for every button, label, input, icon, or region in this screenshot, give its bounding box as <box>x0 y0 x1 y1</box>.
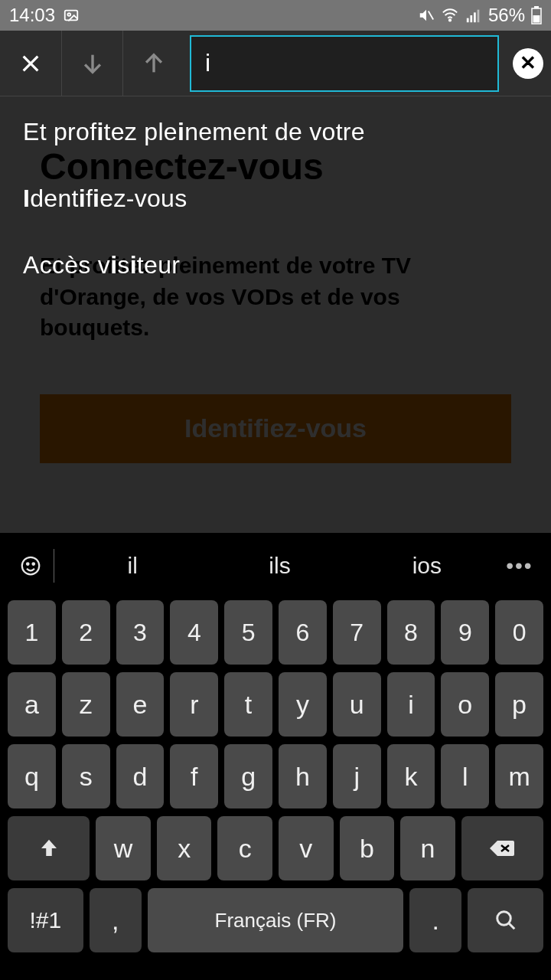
key-space[interactable]: Français (FR) <box>148 888 403 952</box>
key-y[interactable]: y <box>279 672 327 737</box>
soft-keyboard: il ils ios ••• 1 2 3 4 5 6 7 8 9 0 a z e… <box>0 533 551 980</box>
key-g[interactable]: g <box>224 744 272 808</box>
key-7[interactable]: 7 <box>333 600 381 665</box>
key-2[interactable]: 2 <box>62 600 110 665</box>
key-symbols[interactable]: !#1 <box>8 888 83 952</box>
kb-suggestion[interactable]: il <box>59 553 206 579</box>
key-5[interactable]: 5 <box>224 600 272 665</box>
key-j[interactable]: j <box>333 744 381 808</box>
svg-line-2 <box>429 11 433 20</box>
key-o[interactable]: o <box>441 672 489 737</box>
key-0[interactable]: 0 <box>495 600 543 665</box>
key-f[interactable]: f <box>170 744 218 808</box>
key-e[interactable]: e <box>116 672 165 737</box>
kb-row-top: a z e r t y u i o p <box>5 672 546 737</box>
close-find-button[interactable] <box>0 31 61 96</box>
key-d[interactable]: d <box>116 744 165 808</box>
key-dot[interactable]: . <box>409 888 461 952</box>
status-time: 14:03 <box>9 5 55 26</box>
svg-point-20 <box>497 912 510 926</box>
key-z[interactable]: z <box>62 672 110 737</box>
match-result[interactable]: Identifiez-vous <box>23 185 528 213</box>
key-9[interactable]: 9 <box>441 600 489 665</box>
svg-line-21 <box>508 923 514 929</box>
svg-rect-5 <box>470 15 472 22</box>
match-result[interactable]: Accès visiteur <box>23 251 528 279</box>
find-prev-button[interactable] <box>122 31 184 96</box>
key-n[interactable]: n <box>400 816 455 880</box>
svg-rect-4 <box>467 18 469 22</box>
find-next-button[interactable] <box>61 31 122 96</box>
key-l[interactable]: l <box>441 744 489 808</box>
kb-more-button[interactable]: ••• <box>500 554 539 578</box>
kb-row-home: q s d f g h j k l m <box>5 744 546 808</box>
key-s[interactable]: s <box>62 744 110 808</box>
svg-rect-6 <box>474 12 476 22</box>
key-w[interactable]: w <box>96 816 151 880</box>
clear-find-button[interactable]: ✕ <box>505 31 551 96</box>
key-comma[interactable]: , <box>90 888 142 952</box>
emoji-button[interactable] <box>9 554 52 577</box>
kb-row-bottom-letters: w x c v b n <box>5 816 546 880</box>
key-q[interactable]: q <box>8 744 56 808</box>
key-p[interactable]: p <box>495 672 543 737</box>
divider <box>54 549 54 583</box>
key-x[interactable]: x <box>157 816 212 880</box>
kb-suggestion[interactable]: ils <box>206 553 353 579</box>
wifi-icon <box>441 7 459 24</box>
key-i[interactable]: i <box>387 672 435 737</box>
find-input-container[interactable] <box>190 35 499 92</box>
find-in-page-bar: ✕ <box>0 31 551 96</box>
close-icon: ✕ <box>520 51 536 75</box>
svg-point-1 <box>67 13 70 16</box>
svg-point-17 <box>33 563 35 565</box>
key-4[interactable]: 4 <box>170 600 218 665</box>
svg-rect-10 <box>533 15 540 23</box>
kb-row-bottom: !#1 , Français (FR) . <box>5 888 546 952</box>
battery-text: 56% <box>488 5 525 26</box>
screenshot-icon <box>63 7 80 24</box>
svg-point-16 <box>27 563 29 565</box>
key-8[interactable]: 8 <box>387 600 435 665</box>
key-c[interactable]: c <box>217 816 272 880</box>
key-a[interactable]: a <box>8 672 56 737</box>
key-shift[interactable] <box>8 816 90 880</box>
key-t[interactable]: t <box>224 672 272 737</box>
key-v[interactable]: v <box>279 816 334 880</box>
key-u[interactable]: u <box>333 672 381 737</box>
svg-point-3 <box>449 19 451 21</box>
match-result[interactable]: Et profitez pleinement de votre <box>23 118 528 146</box>
find-matches-overlay: Et profitez pleinement de votre Identifi… <box>0 96 551 533</box>
svg-point-15 <box>22 557 40 575</box>
key-b[interactable]: b <box>340 816 395 880</box>
key-6[interactable]: 6 <box>279 600 327 665</box>
mute-icon <box>418 7 435 24</box>
battery-icon <box>531 6 542 24</box>
kb-suggestion[interactable]: ios <box>354 553 500 579</box>
key-backspace[interactable] <box>461 816 543 880</box>
key-1[interactable]: 1 <box>8 600 56 665</box>
key-h[interactable]: h <box>279 744 327 808</box>
key-m[interactable]: m <box>495 744 543 808</box>
kb-row-numbers: 1 2 3 4 5 6 7 8 9 0 <box>5 600 546 665</box>
kb-suggestion-row: il ils ios ••• <box>5 539 546 593</box>
key-k[interactable]: k <box>387 744 435 808</box>
key-r[interactable]: r <box>170 672 218 737</box>
signal-icon <box>465 7 482 24</box>
svg-rect-7 <box>478 10 480 23</box>
key-3[interactable]: 3 <box>116 600 165 665</box>
key-search[interactable] <box>468 888 543 952</box>
status-bar: 14:03 56% <box>0 0 551 31</box>
find-input[interactable] <box>205 49 484 77</box>
